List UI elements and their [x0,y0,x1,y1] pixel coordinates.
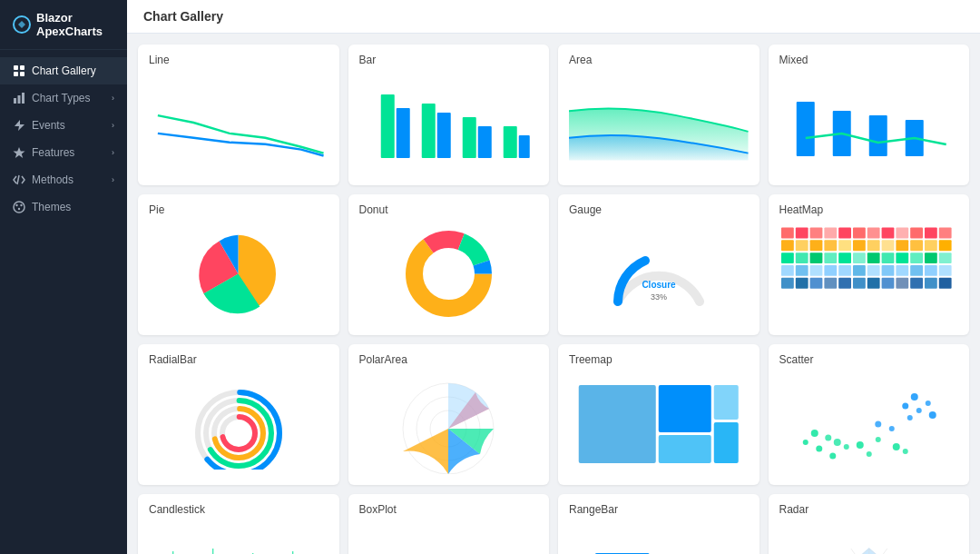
sidebar-label-chart-gallery: Chart Gallery [32,64,96,77]
svg-rect-61 [852,252,865,263]
chart-card-pie[interactable]: Pie [138,194,339,335]
sidebar-item-methods[interactable]: Methods › [0,166,127,193]
svg-rect-21 [796,102,814,156]
sidebar-item-themes[interactable]: Themes [0,193,127,221]
chart-card-treemap[interactable]: Treemap [558,344,760,485]
sidebar-label-features: Features [32,146,74,159]
svg-rect-65 [910,252,923,263]
svg-point-108 [910,393,917,401]
svg-rect-79 [938,265,951,276]
chart-card-mixed[interactable]: Mixed [769,45,970,185]
chart-title-bar: Bar [359,54,539,66]
chart-title-treemap: Treemap [569,353,749,366]
svg-rect-105 [659,435,711,463]
svg-rect-16 [436,113,450,158]
svg-rect-13 [380,94,394,158]
chart-title-radialbar: RadialBar [149,353,328,366]
svg-point-29 [425,250,473,298]
chart-area-rangebar [569,521,749,554]
sidebar-item-chart-types[interactable]: Chart Types › [0,84,127,112]
svg-rect-104 [659,385,711,432]
svg-rect-64 [896,252,908,263]
svg-point-124 [829,452,836,459]
chart-title-area: Area [569,54,749,66]
chart-area-candlestick [149,521,328,554]
svg-point-114 [875,420,881,427]
chart-title-scatter: Scatter [779,353,959,366]
svg-rect-62 [867,252,879,263]
mixed-chart-svg [779,88,959,161]
chart-card-radialbar[interactable]: RadialBar [138,344,339,485]
chart-card-line[interactable]: Line [138,45,339,185]
sidebar-label-chart-types: Chart Types [32,92,90,104]
svg-rect-59 [824,252,837,263]
chart-area-scatter [779,371,959,476]
chart-area-radialbar [149,371,328,476]
chart-title-boxplot: BoxPlot [359,503,539,516]
page-header: Chart Gallery [127,0,980,34]
svg-rect-1 [14,65,18,70]
logo-text: Blazor ApexCharts [36,11,114,38]
sidebar-item-chart-gallery[interactable]: Chart Gallery [0,57,127,84]
sidebar-logo: Blazor ApexCharts [0,0,127,50]
chart-area-bar [359,72,539,176]
chart-card-heatmap[interactable]: HeatMap [769,194,970,335]
svg-rect-66 [924,252,936,263]
svg-rect-3 [14,72,18,76]
sidebar: Blazor ApexCharts Chart Gallery Chart Ty… [0,0,127,554]
chart-area-radar [779,521,959,554]
svg-point-110 [902,402,908,409]
svg-rect-40 [896,228,908,239]
svg-point-118 [802,440,808,445]
chart-card-radar[interactable]: Radar [769,494,970,554]
svg-rect-90 [924,278,936,289]
chart-title-line: Line [149,54,328,66]
svg-point-12 [18,208,20,210]
star-icon [13,146,25,159]
chart-card-donut[interactable]: Donut [348,194,550,335]
svg-rect-38 [867,228,879,239]
chart-title-pie: Pie [149,203,328,216]
gauge-chart-svg: Closure 33% [604,238,713,311]
svg-rect-77 [910,265,923,276]
sidebar-item-events[interactable]: Events › [0,112,127,139]
candlestick-svg [149,544,328,554]
svg-rect-70 [809,265,822,276]
svg-point-10 [15,204,17,206]
svg-rect-39 [881,228,894,239]
sidebar-item-features[interactable]: Features › [0,139,127,166]
svg-rect-81 [795,278,808,289]
svg-rect-51 [881,240,894,251]
svg-rect-88 [896,278,908,289]
chart-card-gauge[interactable]: Gauge Closure 33% [558,194,760,335]
chart-card-area[interactable]: Area [558,45,760,185]
chart-card-boxplot[interactable]: BoxPlot [348,494,550,554]
chart-card-scatter[interactable]: Scatter [769,344,970,485]
svg-rect-58 [809,252,822,263]
svg-point-112 [928,411,936,419]
svg-rect-71 [824,265,837,276]
radialbar-svg [184,379,293,470]
sidebar-label-methods: Methods [32,173,74,186]
svg-point-109 [925,401,930,406]
chart-card-rangebar[interactable]: RangeBar [558,494,760,554]
svg-rect-15 [421,104,435,158]
treemap-svg [569,383,749,465]
svg-point-120 [816,445,822,451]
area-chart-svg [569,88,749,161]
chart-title-mixed: Mixed [779,54,959,66]
chart-card-bar[interactable]: Bar [348,45,550,185]
svg-rect-91 [938,278,951,289]
svg-point-125 [875,437,880,442]
chart-area-polararea [359,371,539,476]
chart-card-candlestick[interactable]: Candlestick [138,494,339,554]
svg-rect-23 [868,115,887,156]
svg-rect-86 [867,278,879,289]
zap-icon [13,119,25,132]
chart-card-polararea[interactable]: PolarArea [348,344,550,485]
svg-rect-55 [938,240,951,251]
svg-point-117 [825,434,831,440]
svg-rect-35 [824,228,837,239]
bar-chart-svg [359,85,539,163]
line-chart-svg [149,84,328,165]
